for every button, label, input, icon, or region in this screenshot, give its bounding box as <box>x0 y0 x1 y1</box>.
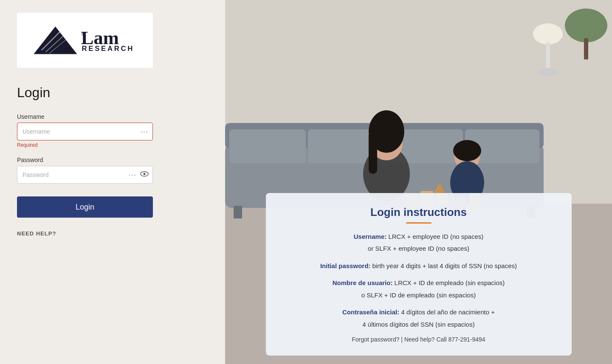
svg-rect-28 <box>369 132 377 174</box>
username-label: Username <box>17 113 153 120</box>
svg-rect-13 <box>584 38 588 59</box>
login-button[interactable]: Login <box>17 196 153 218</box>
nombre-instruction-line2: o SLFX + ID de empleado (sin espacios) <box>283 291 555 300</box>
nombre-instruction-line1: Nombre de usuario: LRCX + ID de empleado… <box>283 278 555 288</box>
need-help-link[interactable]: NEED HELP? <box>17 230 56 237</box>
nombre-instruction-label: Nombre de usuario: <box>333 279 393 286</box>
svg-point-8 <box>144 173 146 175</box>
right-panel: Login instructions Username: LRCX + empl… <box>225 0 612 364</box>
svg-rect-19 <box>229 129 306 163</box>
card-divider <box>406 222 432 224</box>
username-input-wrapper: ··· <box>17 123 153 140</box>
svg-rect-23 <box>234 206 242 218</box>
card-footer: Forgot password? | Need help? Call 877-2… <box>283 336 555 343</box>
username-input[interactable] <box>17 123 153 140</box>
password-dots-icon: ··· <box>128 171 137 178</box>
svg-point-12 <box>565 8 607 42</box>
password-label: Password <box>17 157 153 163</box>
password-instruction-label: Initial password: <box>320 262 370 269</box>
contrasena-instruction-text1: 4 dígitos del año de nacimiento + <box>401 308 495 316</box>
svg-text:®: ® <box>82 32 85 36</box>
username-instruction-line2: or SLFX + employee ID (no spaces) <box>283 244 555 254</box>
password-instruction-text: birth year 4 digits + last 4 digits of S… <box>372 262 517 269</box>
svg-marker-0 <box>34 27 77 54</box>
password-input-icons: ··· <box>128 171 149 179</box>
password-instruction-line: Initial password: birth year 4 digits + … <box>283 261 555 271</box>
nombre-instruction-text1: LRCX + ID de empleado (sin espacios) <box>395 279 505 286</box>
lam-research-logo: Lam ® RESEARCH <box>30 21 140 59</box>
login-title: Login <box>17 85 50 101</box>
logo-container: Lam ® RESEARCH <box>17 13 153 68</box>
username-instruction-text1: LRCX + employee ID (no spaces) <box>388 233 483 240</box>
instructions-card: Login instructions Username: LRCX + empl… <box>266 193 572 356</box>
svg-point-14 <box>533 23 563 45</box>
show-password-icon[interactable] <box>140 171 149 179</box>
username-instruction-label: Username: <box>354 233 387 240</box>
contrasena-instruction-line1: Contraseña inicial: 4 dígitos del año de… <box>283 308 555 317</box>
svg-point-16 <box>537 69 558 76</box>
password-field-group: Password ··· <box>17 157 153 184</box>
svg-point-31 <box>453 140 481 161</box>
left-panel: Lam ® RESEARCH Login Username ··· Requir… <box>0 0 225 364</box>
svg-rect-15 <box>546 42 550 68</box>
contrasena-instruction-label: Contraseña inicial: <box>342 308 399 316</box>
dots-icon: ··· <box>140 128 149 135</box>
username-input-icon: ··· <box>140 128 149 135</box>
svg-text:RESEARCH: RESEARCH <box>82 45 134 53</box>
username-instruction-line1: Username: LRCX + employee ID (no spaces) <box>283 232 555 242</box>
hero-photo-background: Login instructions Username: LRCX + empl… <box>225 0 612 364</box>
required-message: Required <box>17 142 153 148</box>
password-input-wrapper: ··· <box>17 166 153 184</box>
username-field-group: Username ··· Required <box>17 113 153 148</box>
card-title: Login instructions <box>283 206 555 219</box>
contrasena-instruction-line2: 4 últimos dígitos del SSN (sin espacios) <box>283 320 555 330</box>
